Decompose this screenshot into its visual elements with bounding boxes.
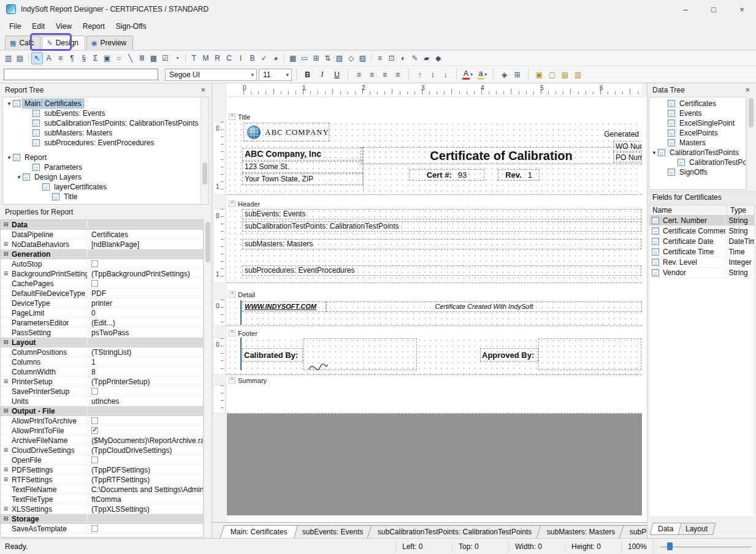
checkbox-tool[interactable]: ☑ xyxy=(159,52,171,64)
shape2-tool[interactable]: ◇ xyxy=(345,52,357,64)
address2-object[interactable]: Your Town State, ZIP xyxy=(242,173,363,185)
detail-band[interactable]: WWW.INDYSOFT.COM Certificate Created Wit… xyxy=(227,299,642,326)
tree-expander-icon[interactable]: ▼ xyxy=(651,150,658,156)
property-row[interactable]: CachePages xyxy=(1,279,203,289)
property-value-cell[interactable]: ftComma xyxy=(88,495,203,504)
property-row[interactable]: ⊞ XLSSettings (TppXLSSettings) xyxy=(1,504,203,514)
company-name-object[interactable]: ABC Company, Inc xyxy=(242,148,363,161)
band-collapse-icon[interactable]: ^ xyxy=(229,377,235,384)
property-row[interactable]: DefaultFileDeviceType PDF xyxy=(1,289,203,298)
richtext-tool[interactable]: ¶ xyxy=(66,52,78,64)
valign-middle-button[interactable]: ↕ xyxy=(426,68,439,81)
dbimage-tool[interactable]: I xyxy=(235,52,246,64)
property-expand-icon[interactable]: ⊟ xyxy=(2,251,9,257)
field-row[interactable]: Vendor String xyxy=(649,268,754,278)
data-outline-icon[interactable]: ▤ xyxy=(14,52,26,64)
data-tree-item[interactable]: SignOffs xyxy=(649,167,746,177)
field-row[interactable]: Certificate Comment String xyxy=(649,226,754,237)
property-row[interactable]: ⊟ Data xyxy=(1,220,203,230)
menu-sign-offs[interactable]: Sign-Offs xyxy=(110,20,152,33)
certificate-title-object[interactable]: Certificate of Calibration xyxy=(361,147,642,164)
property-row[interactable]: AutoStop xyxy=(1,259,203,269)
property-value-cell[interactable]: (Edit...) xyxy=(88,319,203,327)
dbtext-tool[interactable]: T xyxy=(188,52,200,64)
property-row[interactable]: SaveAsTemplate xyxy=(1,524,203,534)
report-tree-item[interactable]: Parameters xyxy=(3,162,208,172)
close-button[interactable]: × xyxy=(728,0,756,18)
font-color-button[interactable]: A ▾ xyxy=(461,68,474,81)
property-value-cell[interactable] xyxy=(88,525,203,532)
property-expand-icon[interactable]: ⊞ xyxy=(2,466,9,472)
zoom-slider[interactable] xyxy=(653,539,756,554)
report-tree-item[interactable]: ▼ Main: Certificates xyxy=(3,99,208,108)
property-value-cell[interactable]: (TppCloudDriveSettings) xyxy=(88,446,203,455)
property-value-cell[interactable]: C:\Documents and Settings\Administr xyxy=(88,485,203,494)
dbchart-tool[interactable]: ◕ xyxy=(270,52,281,64)
report-tree-item[interactable]: layerCertificates xyxy=(3,182,208,192)
property-value-cell[interactable] xyxy=(88,457,203,463)
property-value-cell[interactable]: (TStringList) xyxy=(88,348,203,357)
column-header-name[interactable]: Name xyxy=(649,205,727,216)
property-checkbox[interactable] xyxy=(91,260,98,267)
property-row[interactable]: Units utInches xyxy=(1,397,203,406)
pagebreak-tool[interactable]: ⇅ xyxy=(322,52,334,64)
data-tree-item[interactable]: Masters xyxy=(649,138,746,148)
property-value-cell[interactable]: PDF xyxy=(88,289,203,298)
report-tree-scrollbar[interactable] xyxy=(200,97,208,204)
property-checkbox[interactable] xyxy=(91,427,98,434)
anchor-button[interactable]: ◈ xyxy=(498,68,511,81)
label-tool[interactable]: A xyxy=(43,52,55,64)
align-justify-button[interactable]: ≡ xyxy=(391,68,404,81)
property-checkbox[interactable] xyxy=(91,457,98,463)
created-note-object[interactable]: Certificate Created With IndySoft xyxy=(326,302,642,312)
vertical-line-object[interactable] xyxy=(240,300,242,325)
title-band[interactable]: ABC COMPANY ABC Company, Inc 123 Some St… xyxy=(227,121,642,195)
property-row[interactable]: ⊞ PDFSettings (TppPDFSettings) xyxy=(1,465,203,475)
calibrated-signature-box[interactable] xyxy=(304,338,417,370)
property-row[interactable]: ⊟ Storage xyxy=(1,514,203,524)
vertical-line-object[interactable] xyxy=(240,338,242,370)
wo-number-object[interactable]: WO Numb xyxy=(613,141,642,151)
property-row[interactable]: DeviceType printer xyxy=(1,298,203,308)
bar-tool[interactable]: ▰ xyxy=(421,52,432,64)
calibrated-by-object[interactable]: Calibrated By: xyxy=(242,348,303,362)
report-tree-close-icon[interactable]: × xyxy=(200,85,205,94)
property-row[interactable]: AllowPrintToFile xyxy=(1,426,203,436)
menu-file[interactable]: File xyxy=(4,20,26,33)
region-tool[interactable]: ▭ xyxy=(299,52,310,64)
field-row[interactable]: Certificate Date DateTime xyxy=(649,237,754,247)
property-expand-icon[interactable]: ⊞ xyxy=(2,378,9,384)
report-tree-item[interactable]: subCalibrationTestPoints: CalibrationTes… xyxy=(3,118,208,128)
rev-object[interactable]: Rev. 1 xyxy=(498,169,540,181)
property-row[interactable]: ⊞ PrinterSetup (TppPrinterSetup) xyxy=(1,377,203,387)
data-tree-item[interactable]: Events xyxy=(649,108,746,118)
tab-layout[interactable]: Layout xyxy=(678,523,716,535)
align-center-button[interactable]: ≡ xyxy=(365,68,378,81)
property-value-cell[interactable]: (TppBackgroundPrintSettings) xyxy=(88,270,203,278)
menu-report[interactable]: Report xyxy=(77,20,110,33)
crosstab-tool[interactable]: ▦ xyxy=(287,52,299,64)
property-row[interactable]: DataPipeline Certificates xyxy=(1,230,203,240)
tab-preview[interactable]: ◉ Preview xyxy=(86,36,133,50)
report-outline-icon[interactable]: ▥ xyxy=(2,52,14,64)
memo-tool[interactable]: ≡ xyxy=(55,52,66,64)
bring-to-front-button[interactable]: ▣ xyxy=(533,68,546,81)
field-row[interactable]: Certificate Time Time xyxy=(649,247,754,257)
property-expand-icon[interactable]: ⊟ xyxy=(2,515,9,522)
property-value-cell[interactable]: [ndBlankPage] xyxy=(88,240,203,249)
approved-by-object[interactable]: Approved By: xyxy=(480,348,538,362)
company-logo[interactable]: ABC COMPANY xyxy=(243,123,329,142)
property-row[interactable]: ⊟ Layout xyxy=(1,338,203,347)
send-to-back-button[interactable]: ▢ xyxy=(546,68,559,81)
dbmemo-tool[interactable]: M xyxy=(200,52,212,64)
field-row[interactable]: Cert. Number String xyxy=(649,216,754,226)
property-value-cell[interactable]: (TppXLSSettings) xyxy=(88,505,203,514)
property-value-cell[interactable]: (TppPDFSettings) xyxy=(88,466,203,474)
gradient-tool[interactable]: ▨ xyxy=(357,52,368,64)
property-expand-icon[interactable]: ⊞ xyxy=(2,447,9,453)
property-row[interactable]: PassSetting psTwoPass xyxy=(1,328,203,338)
report-tab-main[interactable]: Main: Certificates xyxy=(220,525,299,538)
property-row[interactable]: Columns 1 xyxy=(1,357,203,367)
font-family-select[interactable]: Segoe UI ▾ xyxy=(165,69,257,81)
property-value-cell[interactable]: ($MyDocuments)\ReportArchive.raf xyxy=(88,436,203,445)
